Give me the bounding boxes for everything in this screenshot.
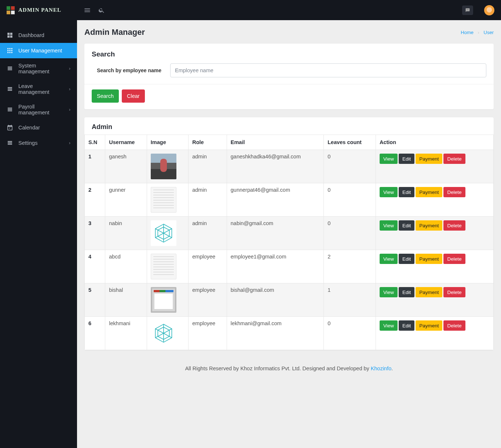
footer: All Rights Reserved by Khoz Informatics … [84, 358, 494, 379]
edit-button[interactable]: Edit [399, 220, 414, 231]
sidebar: ADMIN PANEL DashboardUser ManagementSyst… [0, 0, 77, 448]
cell-email: lekhmani@gmail.com [227, 317, 324, 350]
view-button[interactable]: View [380, 220, 398, 231]
cell-sn: 3 [85, 217, 105, 250]
user-avatar[interactable] [484, 5, 494, 15]
cell-username: gunner [105, 183, 147, 217]
sidebar-item-payroll-management[interactable]: Payroll management› [0, 99, 77, 120]
cell-email: gunnerpat46@gmail.com [227, 183, 324, 217]
chevron-right-icon: › [69, 140, 70, 146]
cell-leaves: 0 [324, 150, 376, 183]
cell-sn: 1 [85, 150, 105, 183]
edit-button[interactable]: Edit [399, 287, 414, 297]
cell-actions: ViewEditPaymentDelete [376, 150, 493, 183]
cell-actions: ViewEditPaymentDelete [376, 283, 493, 317]
calendar-icon [7, 124, 13, 131]
cell-leaves: 2 [324, 250, 376, 283]
topbar [77, 0, 501, 20]
chevron-right-icon: › [69, 66, 70, 71]
payment-button[interactable]: Payment [416, 187, 442, 197]
delete-button[interactable]: Delete [443, 320, 465, 331]
chevron-right-icon: › [478, 30, 479, 35]
footer-link[interactable]: Khozinfo [371, 366, 391, 371]
delete-button[interactable]: Delete [443, 187, 465, 197]
payment-button[interactable]: Payment [416, 287, 442, 297]
svg-point-0 [467, 10, 467, 10]
employee-name-input[interactable] [170, 63, 486, 77]
cell-email: nabin@gmail.com [227, 217, 324, 250]
cell-sn: 2 [85, 183, 105, 217]
delete-button[interactable]: Delete [443, 154, 465, 164]
list-icon [7, 65, 13, 72]
footer-text: All Rights Reserved by Khoz Informatics … [185, 366, 371, 371]
payment-button[interactable]: Payment [416, 154, 442, 164]
cell-actions: ViewEditPaymentDelete [376, 183, 493, 217]
column-header: S.N [85, 135, 105, 150]
delete-button[interactable]: Delete [443, 220, 465, 231]
cell-username: abcd [105, 250, 147, 283]
cell-image [147, 183, 188, 217]
cell-actions: ViewEditPaymentDelete [376, 250, 493, 283]
search-label: Search by employee name [92, 67, 161, 73]
cell-role: employee [189, 283, 227, 317]
admin-table: S.NUsernameImageRoleEmailLeaves countAct… [84, 135, 494, 350]
topbar-search-icon[interactable] [98, 7, 105, 14]
chevron-right-icon: › [69, 87, 70, 92]
column-header: Image [147, 135, 188, 150]
view-button[interactable]: View [380, 320, 398, 331]
search-button[interactable]: Search [92, 89, 119, 103]
sidebar-item-settings[interactable]: Settings› [0, 135, 77, 151]
view-button[interactable]: View [380, 187, 398, 197]
list-icon [7, 86, 13, 92]
cell-actions: ViewEditPaymentDelete [376, 317, 493, 350]
user-thumbnail [151, 187, 176, 213]
edit-button[interactable]: Edit [399, 254, 414, 264]
table-row: 3nabinadminnabin@gmail.com0ViewEditPayme… [85, 217, 494, 250]
user-thumbnail [151, 320, 176, 346]
breadcrumb-current[interactable]: User [484, 30, 494, 35]
cell-username: lekhmani [105, 317, 147, 350]
cell-leaves: 0 [324, 217, 376, 250]
table-row: 5bishalemployeebishal@gmail.com1ViewEdit… [85, 283, 494, 317]
column-header: Role [189, 135, 227, 150]
cell-image [147, 217, 188, 250]
user-thumbnail [151, 254, 176, 279]
table-row: 4abcdemployeeemployee1@gmail.com2ViewEdi… [85, 250, 494, 283]
view-button[interactable]: View [380, 287, 398, 297]
sidebar-item-dashboard[interactable]: Dashboard [0, 27, 77, 43]
cell-leaves: 0 [324, 317, 376, 350]
payment-button[interactable]: Payment [416, 220, 442, 231]
column-header: Username [105, 135, 147, 150]
cell-leaves: 0 [324, 183, 376, 217]
cell-image [147, 283, 188, 317]
messages-icon[interactable] [462, 5, 473, 15]
edit-button[interactable]: Edit [399, 154, 414, 164]
edit-button[interactable]: Edit [399, 187, 414, 197]
payment-button[interactable]: Payment [416, 320, 442, 331]
view-button[interactable]: View [380, 254, 398, 264]
sidebar-item-label: Settings [18, 140, 37, 146]
cell-role: admin [189, 150, 227, 183]
delete-button[interactable]: Delete [443, 254, 465, 264]
cell-email: employee1@gmail.com [227, 250, 324, 283]
menu-toggle-icon[interactable] [84, 7, 91, 14]
breadcrumb-home[interactable]: Home [461, 30, 473, 35]
sidebar-item-leave-management[interactable]: Leave management› [0, 79, 77, 99]
cell-role: employee [189, 317, 227, 350]
payment-button[interactable]: Payment [416, 254, 442, 264]
sidebar-item-label: System management [18, 63, 64, 74]
sidebar-item-system-management[interactable]: System management› [0, 58, 77, 79]
cell-sn: 6 [85, 317, 105, 350]
svg-point-1 [467, 10, 468, 10]
cell-email: bishal@gmail.com [227, 283, 324, 317]
sidebar-item-user-management[interactable]: User Management [0, 43, 77, 58]
delete-button[interactable]: Delete [443, 287, 465, 297]
sidebar-item-calendar[interactable]: Calendar [0, 120, 77, 135]
view-button[interactable]: View [380, 154, 398, 164]
clear-button[interactable]: Clear [122, 89, 145, 103]
edit-button[interactable]: Edit [399, 320, 414, 331]
cell-leaves: 1 [324, 283, 376, 317]
cell-role: admin [189, 217, 227, 250]
admin-table-card: Admin S.NUsernameImageRoleEmailLeaves co… [84, 117, 494, 350]
page-title: Admin Manager [84, 27, 145, 37]
